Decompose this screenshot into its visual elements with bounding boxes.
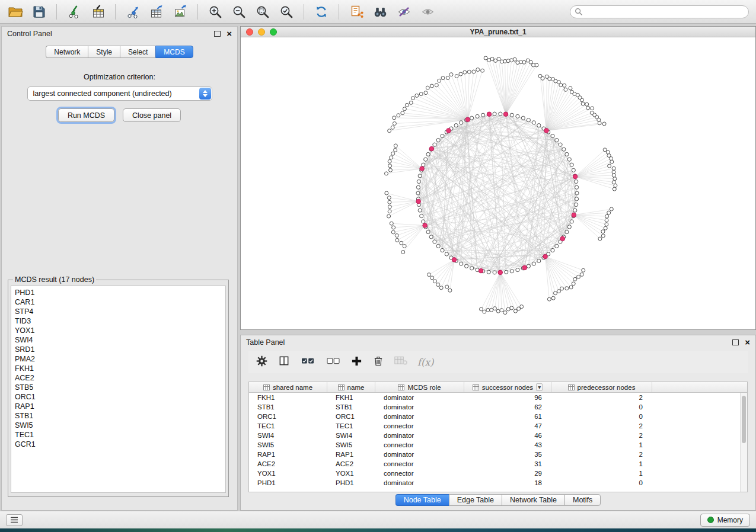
table-row[interactable]: STB1STB1dominator620 [249, 402, 747, 412]
show-columns-button[interactable] [278, 355, 290, 369]
mcds-result-group: MCDS result (17 nodes) PHD1CAR1STP4TID3Y… [8, 275, 229, 497]
mcds-result-item[interactable]: SRD1 [11, 345, 225, 354]
mcds-result-item[interactable]: PMA2 [11, 354, 225, 364]
mcds-result-item[interactable]: FKH1 [11, 364, 225, 373]
table-cell: SWI4 [249, 431, 327, 440]
refresh-view-button[interactable] [311, 2, 332, 21]
mcds-result-item[interactable]: GCR1 [11, 440, 225, 449]
zoom-in-button[interactable] [205, 2, 226, 21]
delete-column-button[interactable] [372, 355, 384, 369]
zoom-selected-button[interactable] [276, 2, 297, 21]
search-box[interactable] [570, 5, 749, 18]
task-history-button[interactable] [6, 514, 23, 526]
sort-chevron-icon[interactable]: ▾ [536, 383, 543, 391]
close-panel-button[interactable]: Close panel [123, 108, 181, 122]
column-header-name[interactable]: name [327, 382, 375, 392]
tab-node-table[interactable]: Node Table [395, 494, 449, 506]
column-label: shared name [273, 384, 312, 391]
mcds-result-list[interactable]: PHD1CAR1STP4TID3YOX1SWI4SRD1PMA2FKH1ACE2… [11, 286, 226, 493]
mcds-result-item[interactable]: PHD1 [11, 288, 225, 297]
tab-motifs[interactable]: Motifs [564, 494, 601, 506]
network-canvas[interactable] [241, 38, 755, 329]
deselect-all-rows-button[interactable] [326, 355, 341, 369]
mcds-result-item[interactable]: TID3 [11, 316, 225, 326]
table-cell: dominator [375, 393, 464, 402]
search-input[interactable] [585, 7, 744, 17]
scrollbar-thumb[interactable] [742, 396, 746, 443]
column-type-icon [398, 384, 404, 390]
mcds-result-item[interactable]: ORC1 [11, 392, 225, 402]
tab-network[interactable]: Network [46, 46, 88, 58]
float-panel-icon[interactable] [214, 31, 221, 37]
open-file-button[interactable] [5, 2, 26, 21]
table-row[interactable]: FKH1FKH1dominator962 [249, 393, 747, 402]
clone-network-button[interactable] [346, 2, 367, 21]
table-panel-tabs: Node Table Edge Table Network Table Moti… [241, 494, 755, 506]
table-row[interactable]: RAP1RAP1dominator352 [249, 450, 747, 459]
export-image-button[interactable] [170, 2, 191, 21]
mcds-result-item[interactable]: STB5 [11, 383, 225, 392]
mcds-result-item[interactable]: TEC1 [11, 430, 225, 440]
table-row[interactable]: ACE2ACE2connector311 [249, 459, 747, 469]
column-header-shared-name[interactable]: shared name [249, 382, 327, 392]
table-cell: dominator [375, 412, 464, 421]
column-header-successor-nodes[interactable]: successor nodes ▾ [464, 382, 551, 392]
function-builder-button[interactable]: f(x) [417, 357, 433, 368]
hide-selected-button[interactable] [393, 2, 414, 21]
optimization-criterion-label: Optimization criterion: [2, 73, 237, 81]
table-row[interactable]: YOX1YOX1connector291 [249, 469, 747, 478]
table-row[interactable]: TEC1TEC1connector472 [249, 421, 747, 431]
save-session-button[interactable] [28, 2, 50, 21]
tab-edge-table[interactable]: Edge Table [449, 494, 502, 506]
mcds-result-item[interactable]: RAP1 [11, 402, 225, 411]
import-network-button[interactable] [63, 2, 85, 21]
network-graph[interactable] [241, 38, 754, 329]
memory-button[interactable]: Memory [700, 514, 750, 527]
table-row[interactable]: PHD1PHD1dominator180 [249, 478, 747, 488]
criterion-dropdown[interactable]: largest connected component (undirected) [27, 86, 212, 101]
mcds-result-item[interactable]: STB1 [11, 411, 225, 421]
tab-style[interactable]: Style [88, 46, 120, 58]
zoom-fit-button[interactable] [252, 2, 273, 21]
mcds-result-item[interactable]: SWI4 [11, 335, 225, 345]
table-row[interactable]: SWI4SWI4dominator462 [249, 431, 747, 440]
float-panel-icon[interactable] [732, 339, 739, 345]
import-table-icon [91, 5, 106, 19]
column-header-predecessor-nodes[interactable]: predecessor nodes [551, 382, 652, 392]
select-all-rows-button[interactable] [300, 355, 315, 369]
tab-mcds[interactable]: MCDS [155, 46, 193, 58]
mcds-result-item[interactable]: STP4 [11, 307, 225, 316]
import-table-button[interactable] [87, 2, 109, 21]
zoom-out-button[interactable] [228, 2, 250, 21]
show-all-icon [420, 5, 435, 19]
search-network-button[interactable] [369, 2, 391, 21]
column-type-icon [263, 384, 270, 390]
mcds-result-item[interactable]: CAR1 [11, 297, 225, 307]
window-minimize-icon[interactable] [258, 28, 265, 36]
table-panel: Table Panel × [240, 335, 756, 511]
mcds-result-item[interactable]: YOX1 [11, 326, 225, 335]
table-header-row: shared name name MCDS role [249, 382, 747, 393]
window-close-icon[interactable] [246, 28, 253, 36]
run-mcds-button[interactable]: Run MCDS [58, 108, 114, 122]
export-network-button[interactable] [122, 2, 143, 21]
table-cell: 61 [464, 412, 551, 421]
table-cell: 29 [464, 469, 551, 478]
add-column-button[interactable] [351, 355, 362, 369]
export-table-button[interactable] [146, 2, 167, 21]
mcds-result-item[interactable]: SWI5 [11, 421, 225, 430]
close-panel-icon[interactable]: × [227, 31, 232, 37]
tab-select[interactable]: Select [120, 46, 155, 58]
window-maximize-icon[interactable] [270, 28, 277, 36]
table-cell: 31 [464, 459, 551, 469]
close-panel-icon[interactable]: × [745, 339, 750, 345]
tab-network-table[interactable]: Network Table [502, 494, 564, 506]
show-all-button[interactable] [417, 2, 438, 21]
mcds-result-item[interactable]: ACE2 [11, 373, 225, 383]
table-row[interactable]: SWI5SWI5connector431 [249, 440, 747, 450]
network-window-titlebar[interactable]: YPA_prune.txt_1 [241, 27, 755, 37]
table-scrollbar[interactable] [740, 393, 747, 492]
column-header-mcds-role[interactable]: MCDS role [375, 382, 464, 392]
table-row[interactable]: ORC1ORC1dominator610 [249, 412, 747, 421]
table-settings-button[interactable] [256, 355, 268, 370]
